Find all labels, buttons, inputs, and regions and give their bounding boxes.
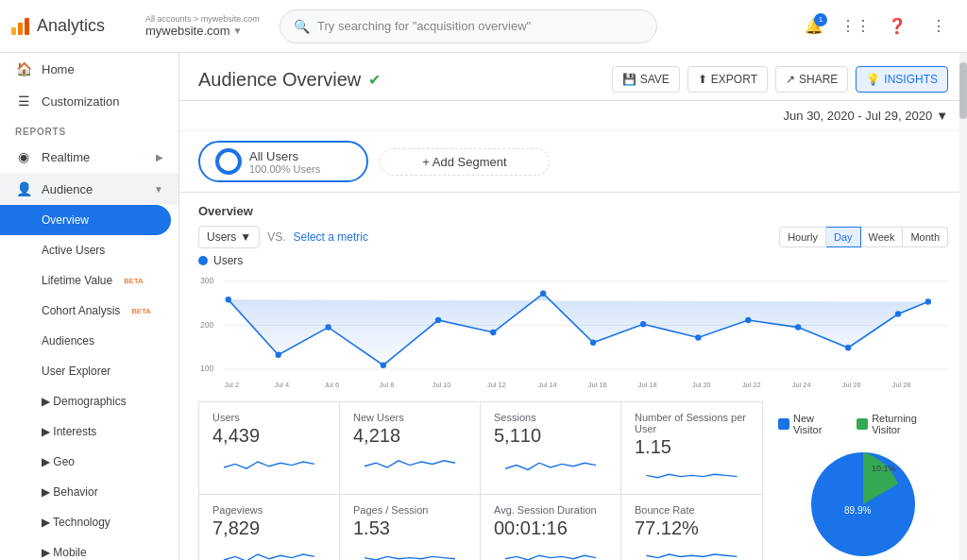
share-icon: ↗ [786, 73, 795, 86]
time-btn-day[interactable]: Day [826, 227, 861, 247]
stat-label-sessions: Sessions [494, 412, 607, 423]
help-button[interactable]: ❓ [880, 9, 914, 43]
account-name-dropdown[interactable]: mywebsite.com ▼ [145, 24, 268, 38]
stat-cell-pageviews: Pageviews 7,829 [199, 495, 340, 560]
stat-sparkline-pages-per-session [353, 543, 467, 560]
sidebar-item-label: Realtime [42, 150, 90, 164]
stat-label-new-users: New Users [353, 412, 467, 423]
sidebar-item-label: ▶ Behavior [42, 485, 98, 499]
new-visitor-color [778, 418, 789, 430]
all-users-segment[interactable]: All Users 100.00% Users [198, 141, 368, 182]
scrollbar-thumb[interactable] [959, 62, 967, 119]
apps-button[interactable]: ⋮⋮ [839, 9, 873, 43]
stat-sparkline-pageviews [212, 543, 326, 560]
export-icon: ⬆ [698, 73, 707, 86]
svg-text:10.1%: 10.1% [872, 464, 896, 473]
sidebar-item-audiences[interactable]: Audiences [0, 326, 178, 356]
stat-value-sessions-per-user: 1.15 [635, 436, 749, 458]
search-icon: 🔍 [294, 19, 310, 34]
stat-value-avg-session-duration: 00:01:16 [494, 518, 607, 539]
stat-sparkline-avg-session-duration [494, 543, 607, 560]
svg-text:89.9%: 89.9% [844, 505, 871, 516]
pie-legend: New Visitor Returning Visitor [778, 413, 948, 435]
segment-donut-icon [215, 148, 242, 175]
metric-dropdown[interactable]: Users ▼ [198, 226, 260, 248]
save-button[interactable]: 💾 SAVE [612, 66, 680, 93]
bottom-section: Users 4,439 New Users 4,218 [179, 394, 967, 560]
stat-value-pageviews: 7,829 [212, 518, 326, 539]
svg-text:200: 200 [200, 319, 213, 329]
scrollbar-track [959, 53, 967, 560]
stat-cell-users: Users 4,439 [199, 402, 340, 495]
sidebar-item-cohort-analysis[interactable]: Cohort Analysis BETA [0, 296, 178, 326]
sidebar-item-label: Audience [42, 182, 93, 196]
sidebar-item-user-explorer[interactable]: User Explorer [0, 356, 178, 386]
sidebar-item-label: Home [42, 62, 75, 76]
svg-point-18 [795, 324, 801, 331]
stat-label-avg-session-duration: Avg. Session Duration [494, 504, 607, 516]
sidebar-item-geo[interactable]: ▶ Geo [0, 447, 178, 477]
add-segment-button[interactable]: + Add Segment [380, 148, 550, 176]
stat-sparkline-bounce-rate [635, 543, 749, 560]
sidebar-item-technology[interactable]: ▶ Technology [0, 507, 178, 537]
customization-icon: ☰ [15, 93, 32, 109]
svg-text:300: 300 [200, 276, 213, 285]
svg-text:Jul 22: Jul 22 [742, 381, 761, 389]
sidebar-item-customization[interactable]: ☰ Customization [0, 85, 178, 117]
sidebar-item-label: Overview [42, 213, 89, 227]
segment-name: All Users [249, 149, 320, 163]
svg-text:Jul 14: Jul 14 [538, 381, 557, 389]
sidebar-item-active-users[interactable]: Active Users [0, 235, 178, 265]
time-btn-month[interactable]: Month [903, 227, 948, 247]
sidebar-item-mobile[interactable]: ▶ Mobile [0, 537, 178, 560]
stat-label-sessions-per-user: Number of Sessions per User [635, 412, 749, 434]
search-bar[interactable]: 🔍 Try searching for "acquisition overvie… [280, 9, 657, 43]
insights-label: INSIGHTS [884, 73, 938, 86]
svg-text:Jul 28: Jul 28 [892, 381, 911, 389]
stat-sparkline-users [212, 450, 326, 473]
metric-label: Users [207, 230, 236, 244]
svg-point-16 [695, 334, 701, 341]
returning-visitor-label: Returning Visitor [872, 413, 948, 435]
sidebar-item-demographics[interactable]: ▶ Demographics [0, 386, 178, 416]
app-title: Analytics [37, 16, 105, 36]
sidebar-item-overview[interactable]: Overview [0, 205, 171, 235]
time-btn-week[interactable]: Week [861, 227, 904, 247]
account-breadcrumb: All accounts > mywebsite.com [145, 14, 268, 24]
svg-point-8 [276, 352, 281, 359]
export-button[interactable]: ⬆ EXPORT [687, 66, 768, 93]
sidebar-item-audience[interactable]: 👤 Audience ▼ [0, 173, 178, 205]
realtime-icon: ◉ [15, 149, 32, 164]
stat-cell-pages-per-session: Pages / Session 1.53 [340, 495, 481, 560]
stats-area: Users 4,439 New Users 4,218 [198, 394, 763, 560]
time-buttons: Hourly Day Week Month [779, 227, 948, 247]
sidebar-item-interests[interactable]: ▶ Interests [0, 416, 178, 447]
svg-text:Jul 16: Jul 16 [588, 381, 607, 389]
sidebar-item-home[interactable]: 🏠 Home [0, 53, 178, 85]
audience-icon: 👤 [15, 181, 32, 196]
svg-text:Jul 24: Jul 24 [792, 381, 811, 389]
svg-point-19 [845, 345, 851, 351]
stat-cell-sessions: Sessions 5,110 [481, 402, 621, 495]
time-btn-hourly[interactable]: Hourly [779, 227, 826, 247]
svg-text:Jul 2: Jul 2 [225, 381, 240, 389]
svg-point-20 [895, 311, 901, 317]
more-options-button[interactable]: ⋮ [922, 9, 956, 43]
insights-button[interactable]: 💡 INSIGHTS [856, 66, 948, 93]
date-range-button[interactable]: Jun 30, 2020 - Jul 29, 2020 ▼ [784, 109, 948, 123]
share-button[interactable]: ↗ SHARE [775, 66, 848, 93]
notifications-button[interactable]: 🔔 1 [797, 9, 831, 43]
sidebar-item-realtime[interactable]: ◉ Realtime ▶ [0, 141, 178, 173]
sidebar-item-lifetime-value[interactable]: Lifetime Value BETA [0, 265, 178, 296]
sidebar-item-label: ▶ Demographics [42, 395, 127, 408]
stat-value-sessions: 5,110 [494, 425, 607, 447]
sidebar-item-label: Customization [42, 94, 119, 109]
notif-badge: 1 [814, 13, 827, 26]
stat-value-users: 4,439 [212, 425, 326, 447]
sidebar-item-label: Lifetime Value [42, 274, 112, 287]
select-metric-link[interactable]: Select a metric [294, 230, 368, 244]
svg-text:100: 100 [200, 364, 213, 373]
stat-sparkline-sessions [494, 450, 607, 473]
sidebar-item-behavior[interactable]: ▶ Behavior [0, 477, 178, 507]
date-range-arrow: ▼ [936, 109, 948, 123]
